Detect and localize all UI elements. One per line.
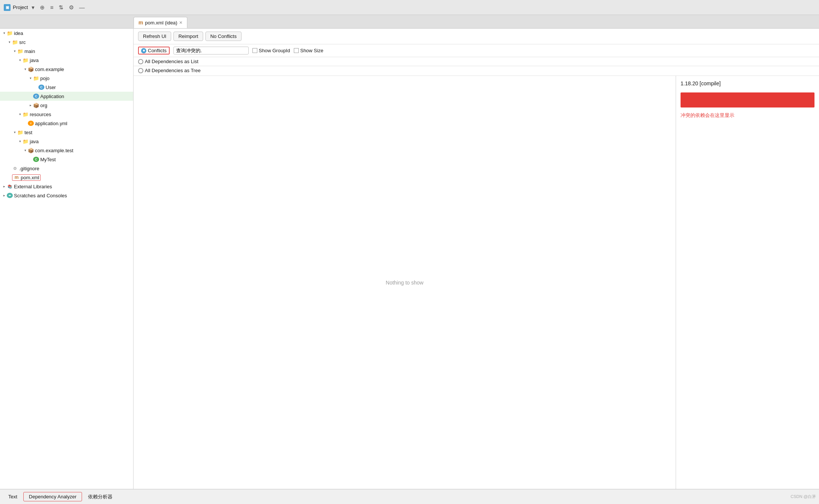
version-label: 1.18.20 [compile] — [681, 80, 814, 86]
org-folder-icon: 📦 — [33, 103, 39, 108]
org-arrow: ▸ — [28, 103, 33, 108]
com-example-test-icon: 📦 — [28, 148, 34, 153]
all-deps-list-label: All Dependencies as List — [145, 59, 198, 64]
com-example-label: com.example — [35, 67, 64, 72]
all-deps-tree-radio[interactable]: All Dependencies as Tree — [138, 68, 201, 73]
user-class-icon: C — [38, 85, 44, 90]
test-arrow: ▾ — [12, 130, 17, 135]
pom-xml-label: pom.xml — [21, 175, 39, 180]
show-groupid-checkbox[interactable]: Show GroupId — [252, 48, 290, 53]
tab-pom-xml[interactable]: m pom.xml (idea) ✕ — [134, 17, 187, 28]
pojo-folder-icon: 📁 — [33, 76, 39, 81]
tab-close-btn[interactable]: ✕ — [179, 20, 182, 25]
tree-org[interactable]: ▸ 📦 org — [0, 101, 133, 110]
toolbar: Refresh UI Reimport No Conflicts — [134, 29, 819, 44]
no-conflicts-button[interactable]: No Conflicts — [205, 32, 242, 41]
size-checkbox-box — [294, 48, 299, 53]
tree-application[interactable]: ▾ C Application — [0, 92, 133, 101]
action-btn-2[interactable]: ≡ — [49, 3, 55, 11]
show-size-checkbox[interactable]: Show Size — [294, 48, 323, 53]
yml-icon: Y — [28, 121, 34, 126]
mytest-class-icon: C — [33, 157, 39, 162]
root-arrow: ▾ — [2, 30, 7, 36]
java-test-label: java — [30, 139, 39, 144]
tree-resources[interactable]: ▾ 📁 resources — [0, 110, 133, 119]
tree-main[interactable]: ▾ 📁 main — [0, 47, 133, 56]
conflicts-radio-box[interactable]: Conflicts — [138, 47, 170, 54]
dropdown-btn[interactable]: ▾ — [30, 3, 36, 12]
pojo-arrow: ▾ — [28, 76, 33, 81]
scratches-label: Scratches and Consoles — [14, 193, 67, 198]
tree-user[interactable]: ▾ C User — [0, 83, 133, 92]
sidebar: ▾ 📁 idea ▾ 📁 src ▾ 📁 main ▾ 📁 java — [0, 29, 134, 489]
test-label: test — [24, 130, 32, 135]
tree-java[interactable]: ▾ 📁 java — [0, 56, 133, 65]
title-bar-left: ▣ Project ▾ ⊕ ≡ ⇅ ⚙ — — [4, 3, 86, 12]
refresh-ui-button[interactable]: Refresh UI — [138, 32, 171, 41]
resources-folder-icon: 📁 — [23, 112, 29, 117]
nothing-to-show: Nothing to show — [386, 280, 423, 286]
action-btn-1[interactable]: ⊕ — [38, 3, 46, 12]
tree-com-example[interactable]: ▾ 📦 com.example — [0, 65, 133, 74]
pom-tab-icon: m — [138, 20, 143, 26]
java-folder-icon: 📁 — [23, 58, 29, 63]
split-content: Nothing to show 1.18.20 [compile] 冲突的依赖会… — [134, 76, 819, 489]
yml-label: application.yml — [35, 121, 67, 126]
src-arrow: ▾ — [7, 39, 12, 45]
all-deps-list-radio[interactable]: All Dependencies as List — [138, 59, 198, 64]
content-area: Refresh UI Reimport No Conflicts Conflic… — [134, 29, 819, 489]
tree-test[interactable]: ▾ 📁 test — [0, 128, 133, 137]
scratches-arrow: ▸ — [2, 193, 7, 198]
src-label: src — [19, 39, 26, 45]
all-deps-tree-radio-indicator — [138, 68, 143, 73]
reimport-button[interactable]: Reimport — [173, 32, 203, 41]
filter-row-3: All Dependencies as Tree — [134, 66, 819, 76]
bottom-tab-chinese[interactable]: 依赖分析器 — [83, 492, 118, 502]
main-layout: ▾ 📁 idea ▾ 📁 src ▾ 📁 main ▾ 📁 java — [0, 29, 819, 489]
watermark: CSDN @白茅 — [791, 494, 816, 499]
action-btn-3[interactable]: ⇅ — [57, 3, 65, 12]
size-label: Show Size — [300, 48, 323, 53]
tree-mytest[interactable]: ▾ C MyTest — [0, 155, 133, 164]
org-label: org — [40, 103, 47, 108]
tab-label: pom.xml (idea) — [145, 20, 177, 26]
application-label: Application — [40, 94, 64, 99]
tree-gitignore[interactable]: ▾ ⚙ .gitignore — [0, 164, 133, 173]
action-btn-4[interactable]: ⚙ — [67, 3, 75, 12]
ext-lib-icon: 📚 — [7, 184, 13, 189]
tree-scratches[interactable]: ▸ ✏ Scratches and Consoles — [0, 191, 133, 200]
tree-external-libraries[interactable]: ▸ 📚 External Libraries — [0, 182, 133, 191]
bottom-tab-bar: Text Dependency Analyzer 依赖分析器 CSDN @白茅 — [0, 489, 819, 504]
groupid-checkbox-box — [252, 48, 257, 53]
tree-com-example-test[interactable]: ▾ 📦 com.example.test — [0, 146, 133, 155]
all-deps-list-radio-indicator — [138, 59, 143, 64]
test-folder-icon: 📁 — [17, 130, 23, 135]
scratches-icon: ✏ — [7, 193, 13, 198]
action-btn-5[interactable]: — — [77, 3, 86, 11]
user-label: User — [46, 85, 56, 90]
search-input[interactable] — [173, 47, 249, 54]
groupid-label: Show GroupId — [259, 48, 290, 53]
bottom-tab-dependency-analyzer[interactable]: Dependency Analyzer — [23, 492, 82, 501]
pojo-label: pojo — [40, 76, 50, 81]
com-example-test-arrow: ▾ — [23, 148, 28, 153]
ext-lib-arrow: ▸ — [2, 184, 7, 189]
tree-java-test[interactable]: ▾ 📁 java — [0, 137, 133, 146]
bottom-tab-text[interactable]: Text — [3, 492, 23, 501]
tree-root[interactable]: ▾ 📁 idea — [0, 29, 133, 38]
right-panel: 1.18.20 [compile] 冲突的依赖会在这里显示 — [676, 76, 819, 489]
tree-pojo[interactable]: ▾ 📁 pojo — [0, 74, 133, 83]
main-arrow: ▾ — [12, 48, 17, 54]
conflict-info: 冲突的依赖会在这里显示 — [681, 112, 814, 119]
gitignore-label: .gitignore — [19, 166, 39, 171]
java-label: java — [30, 58, 39, 63]
root-folder-icon: 📁 — [7, 30, 13, 36]
com-example-icon: 📦 — [28, 67, 34, 72]
tree-src[interactable]: ▾ 📁 src — [0, 38, 133, 47]
tree-pom-xml[interactable]: ▾ m pom.xml — [0, 173, 133, 182]
ext-lib-label: External Libraries — [14, 184, 52, 189]
tree-application-yml[interactable]: ▾ Y application.yml — [0, 119, 133, 128]
root-label: idea — [14, 30, 23, 36]
com-example-arrow: ▾ — [23, 67, 28, 72]
project-icon: ▣ — [4, 4, 11, 11]
